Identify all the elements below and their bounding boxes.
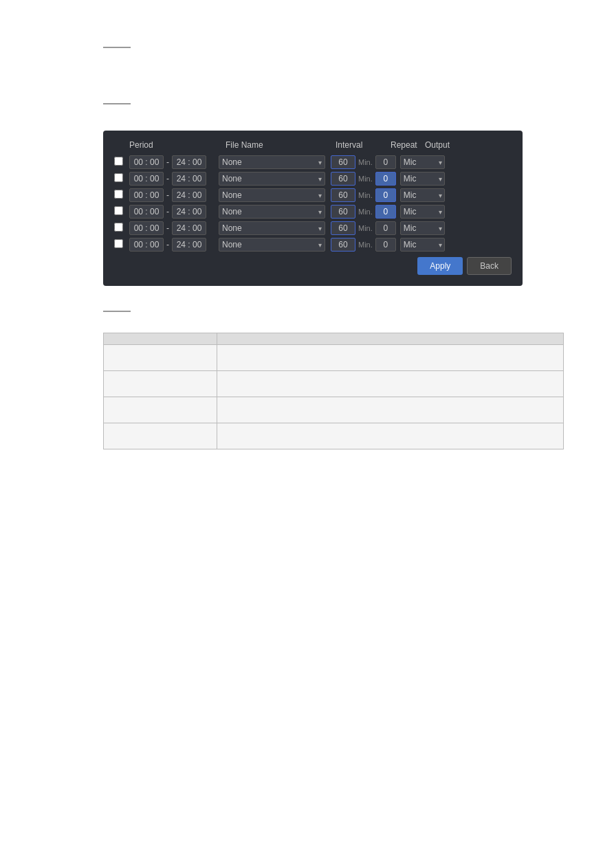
interval-input-1[interactable] bbox=[331, 172, 355, 186]
table-cell-col2-1 bbox=[217, 371, 563, 397]
interval-label-3: Min. bbox=[358, 208, 373, 216]
interval-label-5: Min. bbox=[358, 241, 373, 249]
row-checkbox-2[interactable] bbox=[114, 190, 123, 199]
table-cell-col1-0 bbox=[104, 345, 217, 371]
header-period: Period bbox=[129, 140, 226, 150]
table-cell-col2-2 bbox=[217, 397, 563, 423]
interval-input-0[interactable] bbox=[331, 155, 355, 169]
schedule-row-5: - NoneMin.Mic bbox=[114, 238, 512, 252]
interval-input-4[interactable] bbox=[331, 221, 355, 235]
start-time-3[interactable] bbox=[129, 205, 164, 219]
repeat-input-5[interactable] bbox=[375, 238, 396, 252]
output-select-4[interactable]: Mic bbox=[400, 221, 445, 235]
row-checkbox-4[interactable] bbox=[114, 223, 123, 232]
interval-label-4: Min. bbox=[358, 224, 373, 232]
table-row-0 bbox=[104, 345, 564, 371]
panel-buttons: Apply Back bbox=[114, 257, 512, 275]
filename-select-wrap-0: None bbox=[219, 155, 325, 169]
table-cell-col2-3 bbox=[217, 423, 563, 449]
filename-select-4[interactable]: None bbox=[219, 221, 325, 235]
period-box-3: - bbox=[129, 205, 219, 219]
table-header-col1 bbox=[104, 333, 217, 345]
filename-select-2[interactable]: None bbox=[219, 188, 325, 202]
end-time-0[interactable] bbox=[172, 155, 206, 169]
schedule-row-0: - NoneMin.Mic bbox=[114, 155, 512, 169]
end-time-4[interactable] bbox=[172, 221, 206, 235]
filename-select-wrap-3: None bbox=[219, 205, 325, 219]
table-row-3 bbox=[104, 423, 564, 449]
table-header-col2 bbox=[217, 333, 563, 345]
row-checkbox-1[interactable] bbox=[114, 173, 123, 182]
filename-select-0[interactable]: None bbox=[219, 155, 325, 169]
section3-divider bbox=[103, 311, 131, 312]
schedule-row-3: - NoneMin.Mic bbox=[114, 205, 512, 219]
period-box-2: - bbox=[129, 188, 219, 202]
period-sep-4: - bbox=[166, 223, 169, 233]
table-cell-col1-1 bbox=[104, 371, 217, 397]
filename-select-5[interactable]: None bbox=[219, 238, 325, 252]
end-time-2[interactable] bbox=[172, 188, 206, 202]
interval-input-2[interactable] bbox=[331, 188, 355, 202]
filename-select-wrap-2: None bbox=[219, 188, 325, 202]
row-checkbox-0[interactable] bbox=[114, 157, 123, 166]
output-select-wrap-1: Mic bbox=[400, 172, 445, 186]
output-select-1[interactable]: Mic bbox=[400, 172, 445, 186]
header-interval: Interval bbox=[336, 140, 391, 150]
period-sep-2: - bbox=[166, 190, 169, 200]
filename-select-wrap-5: None bbox=[219, 238, 325, 252]
repeat-input-0[interactable] bbox=[375, 155, 396, 169]
output-select-0[interactable]: Mic bbox=[400, 155, 445, 169]
filename-select-wrap-1: None bbox=[219, 172, 325, 186]
period-box-0: - bbox=[129, 155, 219, 169]
period-box-5: - bbox=[129, 238, 219, 252]
table-row-2 bbox=[104, 397, 564, 423]
repeat-input-3[interactable] bbox=[375, 205, 396, 219]
back-button[interactable]: Back bbox=[467, 257, 512, 275]
panel-header: Period File Name Interval Repeat Output bbox=[114, 140, 512, 150]
repeat-input-4[interactable] bbox=[375, 221, 396, 235]
table-cell-col1-3 bbox=[104, 423, 217, 449]
row-checkbox-5[interactable] bbox=[114, 239, 123, 248]
output-select-wrap-5: Mic bbox=[400, 238, 445, 252]
end-time-1[interactable] bbox=[172, 172, 206, 186]
apply-button[interactable]: Apply bbox=[417, 257, 463, 275]
section2-divider bbox=[103, 103, 131, 104]
filename-select-3[interactable]: None bbox=[219, 205, 325, 219]
output-select-wrap-0: Mic bbox=[400, 155, 445, 169]
header-filename: File Name bbox=[226, 140, 336, 150]
output-select-2[interactable]: Mic bbox=[400, 188, 445, 202]
header-output: Output bbox=[425, 140, 473, 150]
output-select-3[interactable]: Mic bbox=[400, 205, 445, 219]
output-select-5[interactable]: Mic bbox=[400, 238, 445, 252]
repeat-input-2[interactable] bbox=[375, 188, 396, 202]
interval-input-3[interactable] bbox=[331, 205, 355, 219]
schedule-row-4: - NoneMin.Mic bbox=[114, 221, 512, 235]
start-time-4[interactable] bbox=[129, 221, 164, 235]
repeat-input-1[interactable] bbox=[375, 172, 396, 186]
schedule-rows-container: - NoneMin.Mic- NoneMin.Mic- NoneMin.Mic-… bbox=[114, 155, 512, 252]
schedule-row-1: - NoneMin.Mic bbox=[114, 172, 512, 186]
start-time-2[interactable] bbox=[129, 188, 164, 202]
table-cell-col1-2 bbox=[104, 397, 217, 423]
period-sep-1: - bbox=[166, 174, 169, 183]
table-row-1 bbox=[104, 371, 564, 397]
start-time-1[interactable] bbox=[129, 172, 164, 186]
period-box-4: - bbox=[129, 221, 219, 235]
end-time-5[interactable] bbox=[172, 238, 206, 252]
section1-divider bbox=[103, 47, 131, 48]
start-time-0[interactable] bbox=[129, 155, 164, 169]
period-sep-0: - bbox=[166, 157, 169, 167]
header-repeat: Repeat bbox=[391, 140, 425, 150]
interval-input-5[interactable] bbox=[331, 238, 355, 252]
end-time-3[interactable] bbox=[172, 205, 206, 219]
schedule-row-2: - NoneMin.Mic bbox=[114, 188, 512, 202]
filename-select-1[interactable]: None bbox=[219, 172, 325, 186]
output-select-wrap-4: Mic bbox=[400, 221, 445, 235]
row-checkbox-3[interactable] bbox=[114, 206, 123, 215]
period-sep-3: - bbox=[166, 207, 169, 216]
interval-label-2: Min. bbox=[358, 191, 373, 199]
period-box-1: - bbox=[129, 172, 219, 186]
table-cell-col2-0 bbox=[217, 345, 563, 371]
start-time-5[interactable] bbox=[129, 238, 164, 252]
schedule-panel: Period File Name Interval Repeat Output … bbox=[103, 131, 523, 286]
